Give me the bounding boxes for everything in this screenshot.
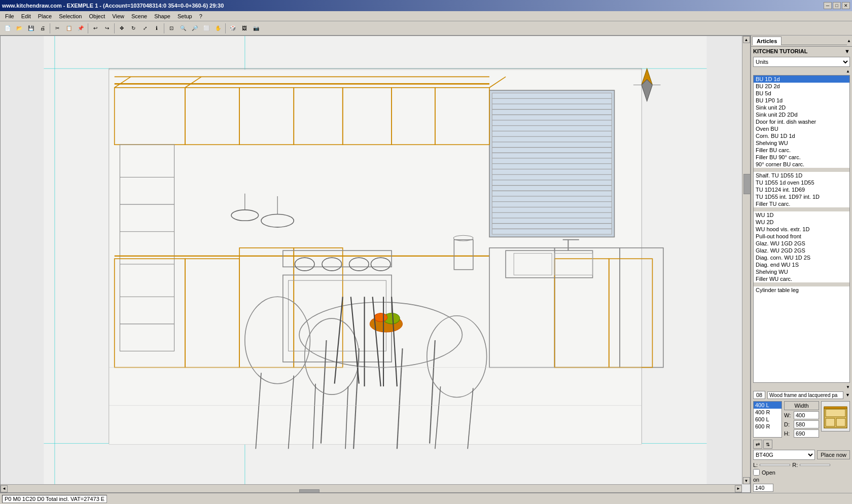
menu-item-object[interactable]: Object — [86, 13, 109, 20]
pan-button[interactable]: ✋ — [212, 23, 224, 34]
menu-item-setup[interactable]: Setup — [174, 13, 195, 20]
place-now-button[interactable]: Place now — [817, 450, 850, 459]
list-item[interactable]: 90° corner BU carc. — [754, 161, 849, 168]
list-item[interactable]: TU 1D124 int. 1D69 — [754, 186, 849, 193]
info-button[interactable]: ℹ — [151, 23, 162, 34]
rotate-button[interactable]: ↻ — [128, 23, 139, 34]
list-item[interactable]: BU 1P0 1d — [754, 97, 849, 104]
size-item[interactable]: 400 R — [754, 409, 782, 416]
list-item[interactable]: BU 5d — [754, 90, 849, 97]
zoom-fit-button[interactable]: ⊡ — [166, 23, 177, 34]
maximize-button[interactable]: □ — [833, 2, 841, 9]
list-item[interactable]: BU 2D 2d — [754, 83, 849, 90]
viewport[interactable]: ◄ ► ▲ ▼ — [0, 35, 751, 493]
size-item[interactable]: 600 R — [754, 423, 782, 430]
list-item[interactable]: Cylinder table leg — [754, 286, 849, 294]
size-item[interactable]: 600 L — [754, 416, 782, 423]
list-item[interactable]: Filler BU carc. — [754, 147, 849, 154]
list-item[interactable]: WU 1D — [754, 211, 849, 219]
scroll-up-arrow[interactable]: ▲ — [743, 36, 750, 43]
move-button[interactable]: ✥ — [116, 23, 127, 34]
list-item[interactable]: Oven BU — [754, 125, 849, 132]
list-item[interactable]: Glaz. WU 1GD 2GS — [754, 240, 849, 247]
icon-btn-row: ⇄ ⇅ — [753, 440, 850, 449]
list-item[interactable]: WU 2D — [754, 219, 849, 226]
list-item[interactable]: Shelving WU — [754, 139, 849, 147]
open-checkbox[interactable] — [753, 469, 760, 476]
camera-button[interactable]: 📷 — [251, 23, 262, 34]
menu-item-?[interactable]: ? — [196, 13, 205, 20]
list-item[interactable]: Filler TU carc. — [754, 200, 849, 207]
redo-button[interactable]: ↪ — [101, 23, 113, 34]
copy-button[interactable]: 📋 — [63, 23, 75, 34]
render-button[interactable]: 🖼 — [239, 23, 250, 34]
scroll-left-arrow[interactable]: ◄ — [1, 485, 8, 492]
menu-item-view[interactable]: View — [109, 13, 127, 20]
list-scroll-up[interactable]: ▲ — [846, 68, 850, 74]
list-separator — [754, 168, 849, 172]
list-item[interactable]: Diag. corn. WU 1D 2S — [754, 254, 849, 261]
kitchen-title-arrow[interactable]: ▼ — [844, 48, 850, 54]
list-item[interactable]: TU 1D55 int. 1D97 int. 1D — [754, 193, 849, 200]
view3d-button[interactable]: 🎲 — [227, 23, 238, 34]
list-item[interactable]: Diag. end WU 1S — [754, 261, 849, 268]
finish-select[interactable]: BT40G — [753, 450, 815, 460]
list-item[interactable]: Sink unit 2D — [754, 104, 849, 111]
panel-scroll-up-icon[interactable]: ▲ — [847, 38, 851, 44]
menu-item-edit[interactable]: Edit — [18, 13, 34, 20]
paste-button[interactable]: 📌 — [75, 23, 86, 34]
cut-button[interactable]: ✂ — [52, 23, 63, 34]
num-input[interactable]: 140 — [753, 484, 773, 492]
titlebar: www.kitchendraw.com - EXEMPLE 1 - (Accou… — [0, 0, 852, 11]
units-select[interactable]: Units — [753, 57, 850, 67]
menu-item-shape[interactable]: Shape — [151, 13, 173, 20]
menu-item-scene[interactable]: Scene — [128, 13, 150, 20]
menu-item-selection[interactable]: Selection — [56, 13, 85, 20]
list-item[interactable]: WU hood vis. extr. 1D — [754, 226, 849, 233]
open-button[interactable]: 📂 — [14, 23, 25, 34]
flip-icon[interactable]: ⇅ — [763, 440, 772, 449]
on-label: on — [753, 477, 759, 483]
new-button[interactable]: 📄 — [2, 23, 13, 34]
list-scroll-down[interactable]: ▼ — [846, 384, 850, 390]
menu-item-file[interactable]: File — [2, 13, 17, 20]
list-item[interactable]: TU 1D55 1d oven 1D55 — [754, 179, 849, 186]
list-item[interactable]: BU 1D 1d — [754, 76, 849, 83]
list-item[interactable]: Corn. BU 1D 1d — [754, 132, 849, 139]
undo-button[interactable]: ↩ — [90, 23, 101, 34]
vertical-scrollbar[interactable]: ▲ ▼ — [742, 36, 750, 484]
v-scroll-thumb[interactable] — [743, 174, 751, 194]
list-item[interactable]: Door for int. dish washer — [754, 118, 849, 125]
zoom-out-button[interactable]: 🔎 — [189, 23, 200, 34]
list-item[interactable]: Glaz. WU 2GD 2GS — [754, 247, 849, 254]
articles-tab[interactable]: Articles — [752, 37, 782, 45]
horizontal-scrollbar[interactable]: ◄ ► — [1, 484, 742, 492]
size-item[interactable]: 400 L — [754, 402, 782, 409]
scale-button[interactable]: ⤢ — [139, 23, 151, 34]
kitchen-title: KITCHEN TUTORIAL ▼ — [751, 47, 852, 56]
list-item[interactable]: Pull-out hood front — [754, 233, 849, 240]
mirror-icon[interactable]: ⇄ — [753, 440, 762, 449]
scroll-right-arrow[interactable]: ► — [735, 485, 742, 492]
zoom-in-button[interactable]: 🔍 — [178, 23, 189, 34]
svg-rect-113 — [836, 418, 845, 426]
zoom-window-button[interactable]: ⬜ — [201, 23, 212, 34]
list-item[interactable]: Shelving WU — [754, 268, 849, 275]
svg-rect-111 — [826, 409, 845, 417]
print-button[interactable]: 🖨 — [37, 23, 48, 34]
list-item[interactable]: Filler WU carc. — [754, 275, 849, 282]
scroll-down-arrow[interactable]: ▼ — [743, 477, 750, 484]
list-item[interactable]: Shalf. TU 1D55 1D — [754, 172, 849, 179]
h-scroll-thumb[interactable] — [299, 489, 320, 493]
save-button[interactable]: 💾 — [25, 23, 37, 34]
menu-item-place[interactable]: Place — [35, 13, 55, 20]
article-dropdown-arrow[interactable]: ▼ — [845, 392, 850, 398]
list-separator — [754, 282, 849, 286]
article-list[interactable]: BU 1D 1dBU 2D 2dBU 5dBU 1P0 1dSink unit … — [753, 75, 850, 383]
list-item[interactable]: Sink unit 2D 2Dd — [754, 111, 849, 118]
width-button[interactable]: Width — [784, 401, 819, 410]
close-button[interactable]: ✕ — [842, 2, 850, 9]
minimize-button[interactable]: ─ — [824, 2, 832, 9]
list-item[interactable]: Filler BU 90° carc. — [754, 154, 849, 161]
titlebar-buttons: ─ □ ✕ — [824, 2, 850, 9]
